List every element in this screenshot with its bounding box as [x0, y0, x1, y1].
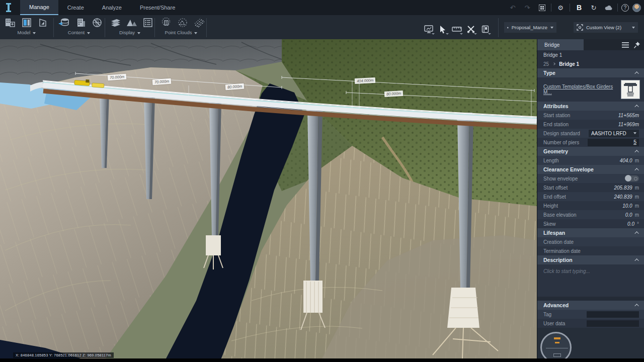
- section-header-advanced[interactable]: Advanced: [537, 301, 644, 310]
- type-row: Custom Templates/Box Girders M...: [537, 77, 644, 102]
- menu-icon[interactable]: [622, 42, 629, 48]
- property-value[interactable]: 10.0: [622, 203, 632, 209]
- breadcrumb[interactable]: 25 Bridge 1: [537, 59, 644, 68]
- model-panel-icon[interactable]: [20, 16, 33, 29]
- group-label-text: Display: [119, 30, 135, 35]
- property-value: 404.0: [620, 158, 632, 163]
- number-of-piers-input[interactable]: 5: [588, 139, 639, 146]
- show-envelope-toggle[interactable]: [625, 175, 639, 182]
- ribbon-group-label[interactable]: Point Clouds: [156, 30, 206, 35]
- pin-icon[interactable]: [634, 42, 640, 48]
- city-content-icon[interactable]: [74, 16, 88, 29]
- layers-icon[interactable]: [109, 16, 122, 29]
- property-label: Show envelope: [543, 176, 625, 182]
- chevron-up-icon: [634, 71, 638, 75]
- ribbon-group-label[interactable]: Display: [106, 30, 154, 35]
- tab-create[interactable]: Create: [58, 0, 93, 15]
- user-avatar[interactable]: [632, 4, 641, 12]
- model-buildings-icon[interactable]: [4, 16, 17, 29]
- sync-icon[interactable]: ↻: [588, 3, 599, 13]
- property-label: Start offset: [543, 185, 614, 191]
- section-header-type[interactable]: Type: [537, 68, 644, 77]
- section-header-geometry[interactable]: Geometry: [537, 147, 644, 156]
- dimension-label: 80.000m: [384, 90, 404, 97]
- measure-icon[interactable]: [451, 23, 463, 35]
- select-cursor-icon[interactable]: [437, 23, 449, 35]
- divider: [570, 4, 570, 12]
- section-title: Geometry: [543, 148, 568, 154]
- section-header-description[interactable]: Description: [537, 255, 644, 264]
- property-value[interactable]: 0.0: [625, 212, 632, 218]
- property-value[interactable]: 205.839: [614, 185, 632, 191]
- section-header-attributes[interactable]: Attributes: [537, 102, 644, 111]
- tab-present-share[interactable]: Present/Share: [131, 0, 184, 15]
- tab-analyze[interactable]: Analyze: [93, 0, 131, 15]
- cut-icon[interactable]: [465, 23, 477, 35]
- terrain-theme-icon[interactable]: [125, 16, 138, 29]
- chevron-down-icon: [194, 32, 197, 34]
- chevron-down-icon: [632, 27, 635, 29]
- report-book-icon[interactable]: [479, 23, 491, 35]
- divider: [498, 18, 499, 37]
- property-label: Tag: [543, 312, 587, 317]
- redo-icon[interactable]: ↷: [522, 3, 533, 13]
- user-data-input[interactable]: [587, 320, 639, 327]
- group-label-text: Model: [18, 30, 31, 35]
- undo-icon[interactable]: ↶: [507, 3, 518, 13]
- chevron-up-icon: [634, 304, 638, 308]
- property-value[interactable]: 11+565m: [618, 113, 639, 118]
- display-options-icon[interactable]: [423, 23, 435, 35]
- point-cloud-terrain-icon[interactable]: [176, 16, 189, 29]
- model-globe-icon[interactable]: [91, 16, 104, 29]
- bentley-logo-icon[interactable]: B: [574, 3, 585, 13]
- section-header-clearance[interactable]: Clearance Envelope: [537, 165, 644, 174]
- divider: [105, 18, 105, 37]
- data-source-icon[interactable]: [58, 16, 71, 29]
- ribbon-group-content: Content: [54, 16, 104, 38]
- property-unit: m: [635, 185, 639, 191]
- apps-grid-icon[interactable]: [536, 3, 547, 13]
- property-value[interactable]: 0.0: [627, 221, 634, 227]
- bridge-pier-thumbnail[interactable]: [621, 80, 640, 99]
- type-template-link[interactable]: Custom Templates/Box Girders M...: [543, 84, 621, 95]
- point-cloud-box-icon[interactable]: [159, 16, 173, 29]
- section-title: Type: [543, 70, 555, 76]
- property-row: End offset 240.839 m: [537, 192, 644, 201]
- surface-plan-icon[interactable]: [37, 16, 50, 29]
- proposal-dropdown[interactable]: Proposal_Manze: [504, 22, 556, 33]
- viewport-3d-scene[interactable]: 70.000m 70.000m 80.000m 404.000m 80.000m…: [0, 39, 537, 358]
- chevron-down-icon: [137, 32, 140, 34]
- divider: [206, 18, 207, 37]
- property-row: Skew 0.0 °: [537, 219, 644, 228]
- divider: [53, 18, 54, 37]
- point-cloud-lines-icon[interactable]: [193, 16, 206, 29]
- ribbon-toolbar: Model Content: [0, 15, 644, 39]
- property-value[interactable]: 11+969m: [618, 122, 639, 127]
- help-icon[interactable]: ?: [621, 4, 629, 12]
- settings-gear-icon[interactable]: ⚙: [555, 3, 566, 13]
- chevron-up-icon: [634, 258, 638, 262]
- property-label: End station: [543, 122, 618, 127]
- property-row: User data: [537, 319, 644, 328]
- tab-manage[interactable]: Manage: [20, 0, 58, 15]
- cloud-icon[interactable]: [603, 3, 614, 13]
- property-row: Design standard AASHTO LRFD: [537, 129, 644, 138]
- section-header-lifespan[interactable]: Lifespan: [537, 228, 644, 237]
- tag-input[interactable]: [587, 311, 639, 318]
- description-textarea[interactable]: Click to start typing...: [537, 264, 644, 297]
- ribbon-group-label[interactable]: Content: [54, 30, 104, 35]
- panel-tab-bridge[interactable]: Bridge: [537, 39, 584, 50]
- chevron-down-icon: [87, 32, 90, 34]
- property-label: Height: [543, 203, 622, 209]
- display-list-icon[interactable]: [141, 16, 154, 29]
- property-row: Length 404.0 m: [537, 156, 644, 165]
- design-standard-dropdown[interactable]: AASHTO LRFD: [589, 130, 639, 137]
- property-row: Start station 11+565m: [537, 111, 644, 120]
- divider: [154, 18, 155, 37]
- ribbon-group-label[interactable]: Model: [0, 30, 53, 35]
- view-gauge-widget[interactable]: [540, 332, 572, 358]
- property-value[interactable]: 240.839: [614, 194, 632, 200]
- property-row: Height 10.0 m: [537, 201, 644, 210]
- chevron-up-icon: [634, 231, 638, 235]
- view-dropdown[interactable]: Custom View (2): [574, 22, 638, 33]
